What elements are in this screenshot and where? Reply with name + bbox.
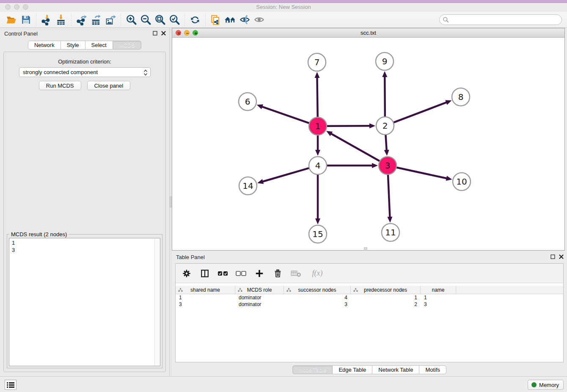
cell-successor-nodes[interactable]: 4 bbox=[284, 295, 351, 301]
task-history-button[interactable] bbox=[5, 380, 17, 390]
zoom-in-button[interactable] bbox=[124, 13, 138, 27]
document-network-icon bbox=[210, 14, 221, 25]
cell-predecessor-nodes[interactable]: 2 bbox=[351, 301, 421, 307]
graph-node-14[interactable]: 14 bbox=[239, 177, 257, 195]
node-label: 8 bbox=[458, 92, 464, 102]
tab-select[interactable]: Select bbox=[85, 41, 113, 50]
network-window-titlebar[interactable]: scc.txt bbox=[172, 28, 564, 38]
graph-node-1[interactable]: 1 bbox=[309, 117, 327, 135]
column-header-mcds-role[interactable]: MCDS role bbox=[235, 286, 284, 294]
export-table-icon bbox=[91, 14, 102, 25]
tab-style[interactable]: Style bbox=[61, 41, 85, 50]
show-column-panel-button[interactable] bbox=[199, 267, 211, 280]
graph-edge-1-4[interactable] bbox=[315, 135, 320, 156]
network-graph: 1234678910111415 bbox=[172, 38, 564, 250]
graph-node-10[interactable]: 10 bbox=[453, 173, 471, 190]
search-icon bbox=[443, 17, 449, 23]
import-table-button[interactable] bbox=[54, 13, 68, 27]
export-image-button[interactable] bbox=[103, 13, 118, 27]
export-network-button[interactable] bbox=[74, 13, 89, 27]
graph-edge-2-8[interactable] bbox=[393, 100, 452, 123]
tab-network[interactable]: Network bbox=[28, 41, 61, 50]
save-floppy-icon bbox=[21, 14, 31, 25]
close-panel-icon[interactable] bbox=[161, 31, 166, 36]
graph-node-2[interactable]: 2 bbox=[376, 117, 394, 135]
create-column-button[interactable] bbox=[253, 267, 265, 280]
graph-edge-3-11[interactable] bbox=[387, 174, 392, 223]
column-header-predecessor-nodes[interactable]: predecessor nodes bbox=[351, 286, 421, 294]
graph-node-8[interactable]: 8 bbox=[452, 88, 470, 106]
graph-node-6[interactable]: 6 bbox=[239, 93, 256, 110]
cell-successor-nodes[interactable]: 3 bbox=[284, 301, 351, 307]
graph-node-15[interactable]: 15 bbox=[309, 225, 327, 243]
zoom-in-icon bbox=[126, 14, 137, 25]
import-network-button[interactable] bbox=[39, 13, 54, 27]
table-settings-button[interactable] bbox=[181, 267, 193, 280]
graph-node-11[interactable]: 11 bbox=[382, 224, 399, 241]
mcds-result-text: 1 3 bbox=[9, 238, 160, 254]
close-table-panel-icon[interactable] bbox=[559, 254, 564, 259]
cell-mcds-role[interactable]: dominator bbox=[235, 301, 284, 307]
delete-table-icon bbox=[291, 269, 301, 278]
graph-edge-3-10[interactable] bbox=[396, 167, 452, 181]
graph-node-3[interactable]: 3 bbox=[379, 157, 396, 174]
zoom-out-button[interactable] bbox=[138, 13, 153, 27]
cell-shared-name[interactable]: 3 bbox=[176, 301, 235, 307]
graph-edge-4-15[interactable] bbox=[315, 174, 320, 224]
column-header-shared-name[interactable]: shared name bbox=[176, 286, 235, 294]
table-row[interactable]: 3 dominator 3 2 3 bbox=[176, 301, 563, 308]
close-panel-button[interactable]: Close panel bbox=[87, 81, 131, 90]
network-from-file-button[interactable] bbox=[209, 13, 223, 27]
refresh-button[interactable] bbox=[188, 13, 202, 27]
graph-node-9[interactable]: 9 bbox=[376, 52, 394, 70]
graph-edge-2-3[interactable] bbox=[384, 134, 389, 156]
select-all-columns-button[interactable] bbox=[217, 267, 229, 280]
run-mcds-button[interactable]: Run MCDS bbox=[39, 81, 81, 90]
show-graphics-button[interactable] bbox=[252, 13, 266, 27]
graph-edge-4-14[interactable] bbox=[257, 168, 310, 184]
cell-mcds-role[interactable]: dominator bbox=[235, 295, 284, 301]
graph-edge-1-6[interactable] bbox=[257, 105, 310, 124]
delete-column-button[interactable] bbox=[272, 267, 284, 280]
float-table-panel-icon[interactable] bbox=[550, 254, 555, 259]
search-input[interactable] bbox=[439, 14, 562, 25]
result-scrollbar[interactable] bbox=[154, 238, 160, 366]
tab-mcds[interactable]: MCDS bbox=[113, 41, 141, 50]
graph-edge-2-9[interactable] bbox=[382, 71, 387, 117]
tab-network-table[interactable]: Network Table bbox=[372, 365, 419, 374]
network-scroll-knob[interactable] bbox=[364, 247, 367, 250]
column-header-successor-nodes[interactable]: successor nodes bbox=[284, 286, 351, 294]
hide-graphics-button[interactable] bbox=[237, 13, 252, 27]
deselect-all-columns-button[interactable] bbox=[235, 267, 247, 280]
show-welcome-button[interactable] bbox=[223, 13, 237, 27]
cell-shared-name[interactable]: 1 bbox=[176, 295, 235, 301]
cell-predecessor-nodes[interactable]: 1 bbox=[351, 295, 421, 301]
column-header-name[interactable]: name bbox=[421, 286, 456, 294]
export-table-button[interactable] bbox=[89, 13, 103, 27]
zoom-fit-button[interactable] bbox=[153, 13, 167, 27]
graph-node-7[interactable]: 7 bbox=[308, 53, 326, 71]
cell-name[interactable]: 3 bbox=[421, 301, 456, 307]
save-session-button[interactable] bbox=[19, 13, 33, 27]
zoom-selected-button[interactable] bbox=[167, 13, 182, 27]
open-session-button[interactable] bbox=[4, 13, 19, 27]
float-panel-icon[interactable] bbox=[153, 31, 157, 36]
graph-node-4[interactable]: 4 bbox=[309, 157, 327, 174]
function-builder-button[interactable]: f(x) bbox=[308, 267, 327, 280]
graph-edge-1-7[interactable] bbox=[314, 72, 319, 118]
delete-table-button[interactable] bbox=[290, 267, 302, 280]
table-row[interactable]: 1 dominator 4 1 1 bbox=[176, 294, 563, 301]
mcds-result-textarea[interactable]: 1 3 bbox=[9, 238, 160, 366]
memory-button[interactable]: Memory bbox=[528, 380, 564, 390]
graph-edge-3-1[interactable] bbox=[326, 131, 380, 161]
table-toolbar: f(x) bbox=[176, 264, 563, 283]
graph-edge-4-3[interactable] bbox=[326, 163, 378, 168]
graph-edge-1-2[interactable] bbox=[326, 123, 375, 128]
tab-edge-table[interactable]: Edge Table bbox=[332, 365, 372, 374]
cell-name[interactable]: 1 bbox=[421, 295, 456, 301]
tab-motifs[interactable]: Motifs bbox=[419, 365, 446, 374]
node-label: 15 bbox=[312, 229, 323, 239]
network-canvas[interactable]: 1234678910111415 bbox=[172, 38, 564, 250]
tab-node-table[interactable]: Node Table bbox=[292, 365, 333, 374]
optimization-criterion-select[interactable]: strongly connected component bbox=[19, 67, 151, 77]
